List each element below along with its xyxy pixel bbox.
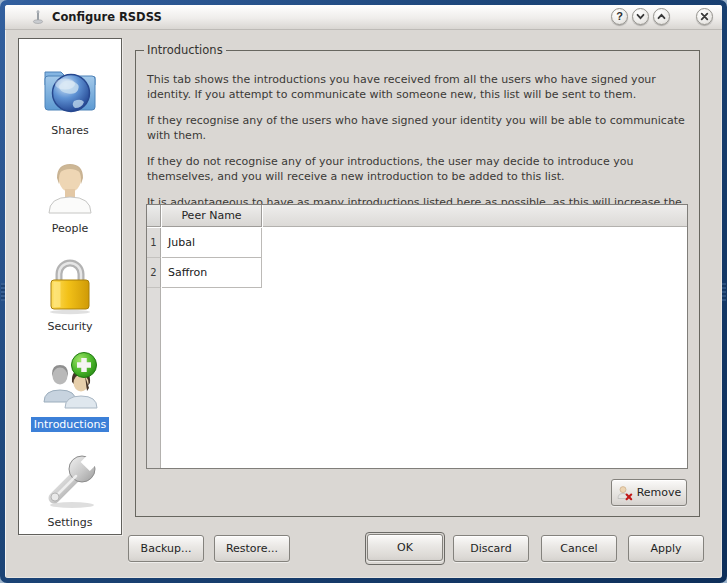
- folder-globe-icon: [38, 56, 102, 120]
- person-remove-icon: [617, 485, 633, 501]
- table-header-filler: [263, 205, 687, 227]
- sidebar: Shares People: [18, 38, 122, 535]
- titlebar[interactable]: Configure RSDSS ?: [5, 5, 722, 30]
- discard-button-label: Discard: [470, 542, 511, 555]
- resize-grip-right[interactable]: [722, 283, 726, 301]
- sidebar-item-security[interactable]: Security: [19, 252, 121, 334]
- sidebar-item-settings[interactable]: Settings: [19, 448, 121, 530]
- configure-rsdss-window: Configure RSDSS ?: [0, 0, 727, 583]
- help-button[interactable]: ?: [611, 8, 628, 25]
- window-title: Configure RSDSS: [52, 10, 162, 24]
- antenna-icon: [30, 9, 46, 25]
- sidebar-item-label: People: [49, 221, 92, 236]
- remove-button-label: Remove: [637, 486, 682, 499]
- ok-button[interactable]: OK: [367, 534, 443, 561]
- sidebar-item-label: Security: [44, 319, 95, 334]
- shade-button[interactable]: [632, 8, 649, 25]
- groupbox-title: Introductions: [144, 43, 226, 57]
- chevron-down-icon: [633, 9, 648, 24]
- ok-button-label: OK: [397, 541, 413, 554]
- unshade-button[interactable]: [653, 8, 670, 25]
- cancel-button-label: Cancel: [560, 542, 597, 555]
- ok-button-default-ring: OK: [365, 532, 445, 565]
- remove-button[interactable]: Remove: [611, 479, 687, 506]
- cancel-button[interactable]: Cancel: [541, 535, 617, 562]
- person-icon: [38, 154, 102, 218]
- backup-button-label: Backup...: [141, 542, 192, 555]
- row-header[interactable]: 2: [147, 258, 161, 288]
- sidebar-item-label: Shares: [48, 123, 91, 138]
- peer-name-cell[interactable]: Saffron: [162, 258, 262, 288]
- window-body: Configure RSDSS ?: [5, 5, 722, 578]
- close-button[interactable]: [696, 8, 713, 25]
- sidebar-item-shares[interactable]: Shares: [19, 56, 121, 138]
- peer-name-cell[interactable]: Jubal: [162, 228, 262, 258]
- close-icon: [697, 9, 712, 24]
- sidebar-item-label: Introductions: [31, 417, 109, 432]
- introductions-groupbox: Introductions This tab shows the introdu…: [135, 50, 700, 517]
- restore-button-label: Restore...: [226, 542, 278, 555]
- apply-button[interactable]: Apply: [628, 535, 704, 562]
- apply-button-label: Apply: [650, 542, 681, 555]
- wrench-icon: [38, 448, 102, 512]
- restore-button[interactable]: Restore...: [214, 535, 290, 562]
- row-header[interactable]: 1: [147, 228, 161, 258]
- question-icon: ?: [616, 11, 623, 22]
- discard-button[interactable]: Discard: [453, 535, 529, 562]
- table-corner: [147, 205, 161, 227]
- sidebar-item-label: Settings: [44, 515, 95, 530]
- people-plus-icon: [38, 350, 102, 414]
- chevron-up-icon: [654, 9, 669, 24]
- sidebar-item-people[interactable]: People: [19, 154, 121, 236]
- intro-paragraph: If they recognise any of the users who h…: [147, 114, 692, 143]
- padlock-icon: [38, 252, 102, 316]
- column-header-peer-name[interactable]: Peer Name: [162, 205, 262, 227]
- peers-table: Peer Name 1 Jubal 2 Saffron: [146, 204, 688, 469]
- backup-button[interactable]: Backup...: [128, 535, 204, 562]
- sidebar-item-introductions[interactable]: Introductions: [19, 350, 121, 432]
- intro-paragraph: If they do not recognise any of your int…: [147, 155, 692, 184]
- intro-paragraph: This tab shows the introductions you hav…: [147, 73, 692, 102]
